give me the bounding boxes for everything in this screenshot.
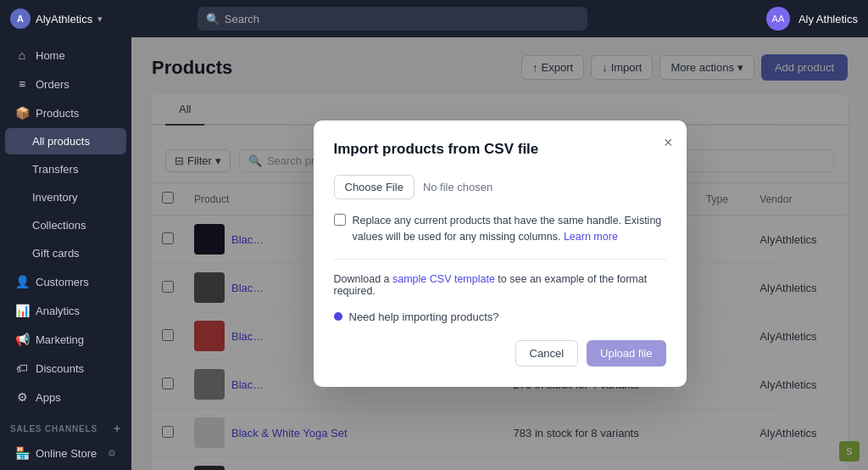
analytics-icon: 📊 (15, 304, 29, 317)
sidebar-label-products: Products (36, 107, 79, 120)
sidebar-label-transfers: Transfers (32, 163, 78, 176)
sidebar-label-discounts: Discounts (36, 362, 84, 375)
replace-checkbox-row: Replace any current products that have t… (334, 213, 666, 245)
sidebar-label-apps: Apps (36, 391, 61, 404)
replace-checkbox[interactable] (334, 214, 346, 226)
upload-button[interactable]: Upload file (587, 340, 665, 366)
learn-more-link[interactable]: Learn more (564, 231, 618, 243)
orders-icon: ≡ (15, 77, 29, 91)
import-modal: × Import products from CSV file Choose F… (314, 120, 687, 387)
sidebar-item-online-store[interactable]: 🏪 Online Store ⚙ (5, 439, 126, 467)
sidebar-item-orders[interactable]: ≡ Orders (5, 70, 126, 98)
cancel-button[interactable]: Cancel (515, 340, 578, 366)
sidebar-item-apps[interactable]: ⚙ Apps (5, 383, 126, 411)
nav-right: AA Aly Athletics (766, 7, 858, 31)
sidebar-label-customers: Customers (36, 276, 89, 288)
sidebar-item-gift-cards[interactable]: Gift cards (5, 240, 126, 266)
sidebar-label-orders: Orders (36, 78, 70, 91)
file-input-row: Choose File No file chosen (334, 175, 666, 199)
sidebar-label-gift-cards: Gift cards (32, 247, 80, 260)
sidebar-item-analytics[interactable]: 📊 Analytics (5, 297, 126, 324)
sidebar-label-analytics: Analytics (36, 305, 80, 317)
user-name: Aly Athletics (798, 13, 858, 25)
sidebar-item-transfers[interactable]: Transfers (5, 156, 126, 182)
no-file-text: No file chosen (423, 181, 492, 193)
top-nav: A AlyAthletics ▾ 🔍 Search AA Aly Athleti… (0, 0, 868, 37)
online-store-icon: 🏪 (15, 446, 29, 460)
sidebar-item-inventory[interactable]: Inventory (5, 184, 126, 210)
modal-download-text: Download a sample CSV template to see an… (334, 273, 666, 297)
home-icon: ⌂ (15, 48, 29, 62)
sidebar-label-home: Home (36, 49, 65, 62)
user-avatar[interactable]: AA (766, 7, 790, 31)
sales-channels-section: SALES CHANNELS + (0, 411, 131, 439)
sidebar-label-marketing: Marketing (36, 333, 84, 346)
modal-close-button[interactable]: × (664, 134, 673, 152)
sidebar-item-discounts[interactable]: 🏷 Discounts (5, 355, 126, 382)
sidebar: ⌂ Home ≡ Orders 📦 Products All products … (0, 37, 131, 470)
products-icon: 📦 (15, 106, 29, 120)
apps-icon: ⚙ (15, 390, 29, 404)
modal-title: Import products from CSV file (334, 141, 666, 158)
replace-desc: Replace any current products that have t… (353, 213, 666, 245)
customers-icon: 👤 (15, 275, 29, 288)
sidebar-item-marketing[interactable]: 📢 Marketing (5, 326, 126, 353)
add-sales-channel-button[interactable]: + (114, 422, 121, 435)
search-placeholder: Search (225, 13, 259, 25)
sidebar-item-home[interactable]: ⌂ Home (5, 42, 126, 69)
help-dot-icon (334, 312, 342, 321)
store-avatar: A (10, 8, 31, 29)
sidebar-item-collections[interactable]: Collections (5, 212, 126, 238)
sidebar-item-products[interactable]: 📦 Products (5, 99, 126, 126)
sidebar-item-all-products[interactable]: All products (5, 128, 126, 154)
global-search[interactable]: 🔍 Search (198, 7, 587, 31)
help-label: Need help importing products? (349, 311, 499, 323)
sidebar-item-customers[interactable]: 👤 Customers (5, 268, 126, 295)
sales-channels-label: SALES CHANNELS (10, 424, 97, 434)
modal-footer: Cancel Upload file (334, 340, 666, 366)
modal-divider (334, 259, 666, 260)
sidebar-label-all-products: All products (32, 135, 90, 148)
sidebar-label-collections: Collections (32, 219, 86, 232)
choose-file-button[interactable]: Choose File (334, 175, 415, 199)
modal-help: Need help importing products? (334, 311, 666, 323)
modal-overlay: × Import products from CSV file Choose F… (131, 37, 868, 470)
store-chevron-icon: ▾ (97, 14, 103, 25)
marketing-icon: 📢 (15, 333, 29, 346)
online-store-settings-icon[interactable]: ⚙ (108, 448, 116, 459)
sample-csv-link[interactable]: sample CSV template (392, 273, 495, 285)
sidebar-label-inventory: Inventory (32, 191, 77, 204)
discounts-icon: 🏷 (15, 361, 29, 375)
sidebar-label-online-store: Online Store (36, 447, 97, 460)
store-logo-area[interactable]: A AlyAthletics ▾ (10, 8, 103, 29)
search-icon: 🔍 (206, 13, 220, 25)
main-content: Products ↑ Export ↓ Import More actions … (131, 37, 868, 470)
store-name: AlyAthletics (36, 13, 92, 25)
